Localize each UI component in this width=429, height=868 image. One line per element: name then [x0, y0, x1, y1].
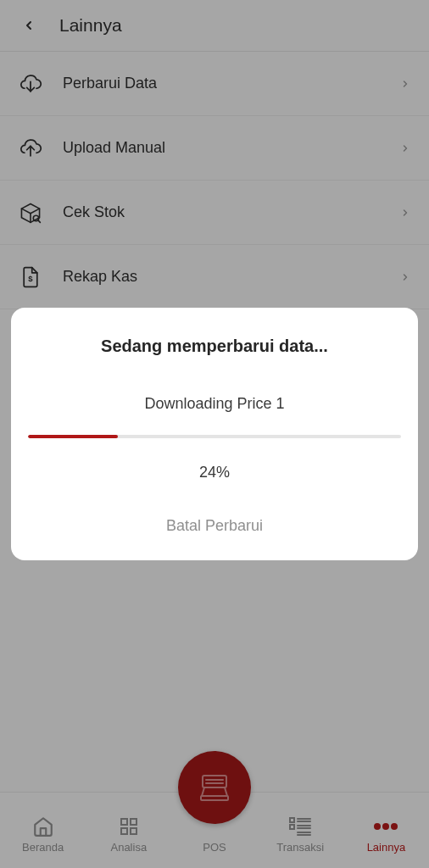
update-modal: Sedang memperbarui data... Downloading P…: [11, 308, 418, 560]
modal-title: Sedang memperbarui data...: [28, 337, 401, 356]
modal-overlay: Sedang memperbarui data... Downloading P…: [0, 0, 429, 868]
cancel-update-button[interactable]: Batal Perbarui: [28, 517, 401, 535]
progress-bar: [28, 435, 401, 438]
progress-bar-fill: [28, 435, 118, 438]
modal-status-text: Downloading Price 1: [28, 395, 401, 413]
progress-percent: 24%: [28, 464, 401, 481]
